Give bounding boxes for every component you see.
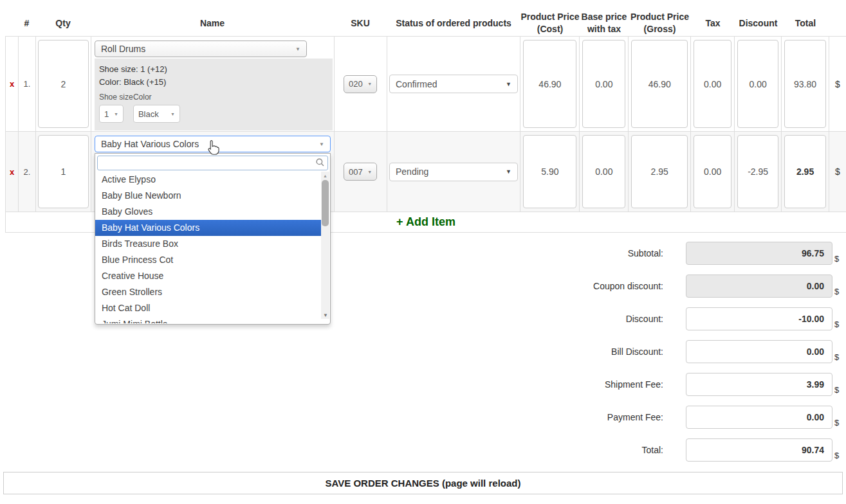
dropdown-option[interactable]: Hot Cat Doll [95,300,321,316]
product-select[interactable]: Baby Hat Various Colors ▼ [95,136,331,152]
base-price-input[interactable] [582,135,625,208]
delete-icon[interactable]: x [10,167,14,177]
product-options-panel: Shoe size: 1 (+12) Color: Black (+15) Sh… [95,59,333,130]
payment-fee-label: Payment Fee: [607,412,663,422]
col-header-total: Total [782,17,829,30]
tax-input[interactable] [694,135,731,208]
qty-input[interactable] [38,40,89,128]
add-item-button[interactable]: + Add Item [396,215,455,229]
save-order-button[interactable]: SAVE ORDER CHANGES (page will reload) [3,472,843,494]
currency-symbol: $ [834,287,842,296]
status-select[interactable]: Confirmed ▼ [389,75,518,93]
row-total-input[interactable] [784,40,826,128]
total-row-shipment-fee: Shipment Fee: $ [593,373,846,396]
col-header-number: # [18,17,35,30]
tax-input[interactable] [694,40,731,128]
dropdown-search [95,154,330,172]
col-header-gross: Product Price (Gross) [629,11,691,35]
dropdown-option-list: Active Elypso Baby Blue Newborn Baby Glo… [95,172,330,323]
table-header-row: # Qty Name SKU Status of ordered product… [5,0,846,37]
dropdown-option[interactable]: Green Strollers [95,284,321,300]
table-row: x 2. Baby Hat Various Colors ▼ [5,132,846,212]
dropdown-search-input[interactable] [97,156,328,170]
discount-input[interactable] [686,307,832,330]
scroll-up-icon[interactable]: ▲ [321,172,329,179]
currency-symbol: $ [834,254,842,264]
grand-total-input[interactable] [686,438,832,462]
gross-price-input[interactable] [631,135,688,208]
payment-fee-input[interactable] [686,406,832,429]
cost-input[interactable] [523,40,576,128]
col-header-qty: Qty [35,17,91,30]
name-cell: Roll Drums ▼ Shoe size: 1 (+12) Color: B… [91,37,335,131]
option-label-shoe-size: Shoe size [99,93,133,102]
order-items-table: # Qty Name SKU Status of ordered product… [5,0,846,233]
delete-item-button[interactable]: x [6,132,19,212]
coupon-discount-label: Coupon discount: [593,281,663,291]
chevron-down-icon: ▼ [114,112,118,116]
discount-label: Discount: [626,314,663,324]
color-value: Black [138,109,159,119]
product-select[interactable]: Roll Drums ▼ [95,40,307,57]
order-edit-page: # Qty Name SKU Status of ordered product… [0,0,846,504]
col-header-name: Name [91,17,334,30]
shoe-size-value: 1 [104,109,109,119]
dropdown-option[interactable]: Blue Princess Cot [95,252,321,268]
row-number: 1. [19,37,36,131]
chevron-down-icon: ▼ [506,168,511,175]
search-icon [316,158,324,166]
chevron-down-icon: ▼ [170,112,175,116]
shipment-fee-label: Shipment Fee: [605,379,663,390]
dropdown-option[interactable]: Birds Treasure Box [95,236,321,252]
discount-input[interactable] [737,40,778,128]
delete-icon[interactable]: x [10,79,14,89]
sku-select[interactable]: 020 ▼ [344,75,377,93]
order-totals: Subtotal: $ Coupon discount: $ Discount:… [593,242,846,471]
total-row-discount: Discount: $ [593,307,846,330]
chevron-down-icon: ▼ [319,141,324,147]
gross-price-input[interactable] [631,40,688,128]
dropdown-option-selected[interactable]: Baby Hat Various Colors [95,220,321,236]
bill-discount-label: Bill Discount: [611,346,663,357]
total-row-grand-total: Total: $ [593,438,846,462]
sku-cell: 020 ▼ [335,37,387,131]
base-price-input[interactable] [582,40,625,128]
sku-select[interactable]: 007 ▼ [344,163,377,181]
scroll-down-icon[interactable]: ▼ [323,312,328,318]
scrollbar-thumb[interactable] [322,180,329,226]
color-select[interactable]: Black ▼ [133,105,180,123]
qty-cell [36,132,91,212]
sku-cell: 007 ▼ [335,132,387,212]
bill-discount-input[interactable] [686,340,832,363]
currency-symbol: $ [834,385,842,395]
shipment-fee-input[interactable] [686,373,832,396]
col-header-status: Status of ordered products [387,17,520,30]
qty-cell [36,37,91,131]
dropdown-option[interactable]: Creative House [95,268,321,284]
dropdown-option[interactable]: Baby Gloves [95,204,321,220]
name-cell: Baby Hat Various Colors ▼ Active Elypso … [91,132,335,212]
product-select-value: Roll Drums [101,44,145,54]
dropdown-option[interactable]: Jumi Mimi Bottle [95,316,321,323]
chevron-down-icon: ▼ [295,46,300,52]
row-number: 2. [19,132,36,212]
dropdown-option[interactable]: Baby Blue Newborn [95,188,321,204]
total-row-subtotal: Subtotal: $ [593,242,846,265]
status-select[interactable]: Pending ▼ [389,163,518,181]
status-value: Pending [396,166,428,177]
shoe-size-select[interactable]: 1 ▼ [99,105,124,123]
cost-input[interactable] [523,135,576,208]
total-row-coupon-discount: Coupon discount: $ [593,274,846,298]
coupon-discount-input [686,274,832,298]
qty-input[interactable] [38,135,89,208]
status-cell: Pending ▼ [387,132,521,212]
delete-item-button[interactable]: x [6,37,19,131]
scrollbar[interactable]: ▲ [321,172,329,319]
product-select-value: Baby Hat Various Colors [101,139,199,149]
dropdown-option[interactable]: Active Elypso [95,172,321,188]
row-total-input[interactable] [784,135,826,208]
currency-symbol: $ [834,352,842,362]
chevron-down-icon: ▼ [367,82,372,86]
discount-input[interactable] [737,135,778,208]
status-cell: Confirmed ▼ [387,37,521,131]
